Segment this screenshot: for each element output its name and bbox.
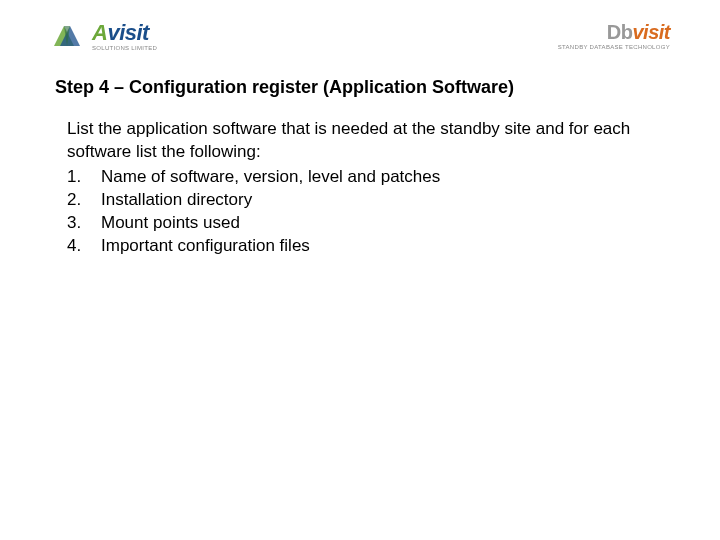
- list-number: 2.: [67, 189, 101, 212]
- intro-text: List the application software that is ne…: [67, 118, 665, 164]
- avisit-name-a: A: [92, 20, 107, 45]
- header: Avisit SOLUTIONS LIMITED Dbvisit STANDBY…: [0, 0, 720, 62]
- list-item: 2. Installation directory: [67, 189, 665, 212]
- list-text: Important configuration files: [101, 235, 310, 258]
- list-text: Mount points used: [101, 212, 240, 235]
- content: Step 4 – Configuration register (Applica…: [0, 62, 720, 258]
- dbvisit-name-visit: visit: [632, 21, 670, 43]
- dbvisit-logo: Dbvisit STANDBY DATABASE TECHNOLOGY: [558, 22, 670, 50]
- avisit-mark-icon: [50, 20, 86, 52]
- list-item: 4. Important configuration files: [67, 235, 665, 258]
- avisit-name: Avisit: [92, 22, 157, 44]
- list-item: 1. Name of software, version, level and …: [67, 166, 665, 189]
- avisit-tagline: SOLUTIONS LIMITED: [92, 45, 157, 51]
- body-text: List the application software that is ne…: [55, 118, 665, 258]
- list-number: 3.: [67, 212, 101, 235]
- page-title: Step 4 – Configuration register (Applica…: [55, 77, 665, 98]
- list-item: 3. Mount points used: [67, 212, 665, 235]
- ordered-list: 1. Name of software, version, level and …: [67, 166, 665, 258]
- list-number: 4.: [67, 235, 101, 258]
- list-text: Name of software, version, level and pat…: [101, 166, 440, 189]
- dbvisit-tagline: STANDBY DATABASE TECHNOLOGY: [558, 44, 670, 50]
- list-text: Installation directory: [101, 189, 252, 212]
- avisit-text: Avisit SOLUTIONS LIMITED: [92, 22, 157, 51]
- dbvisit-name-db: Db: [607, 21, 633, 43]
- list-number: 1.: [67, 166, 101, 189]
- avisit-logo: Avisit SOLUTIONS LIMITED: [50, 20, 157, 52]
- dbvisit-name: Dbvisit: [607, 22, 670, 42]
- avisit-name-visit: visit: [107, 20, 149, 45]
